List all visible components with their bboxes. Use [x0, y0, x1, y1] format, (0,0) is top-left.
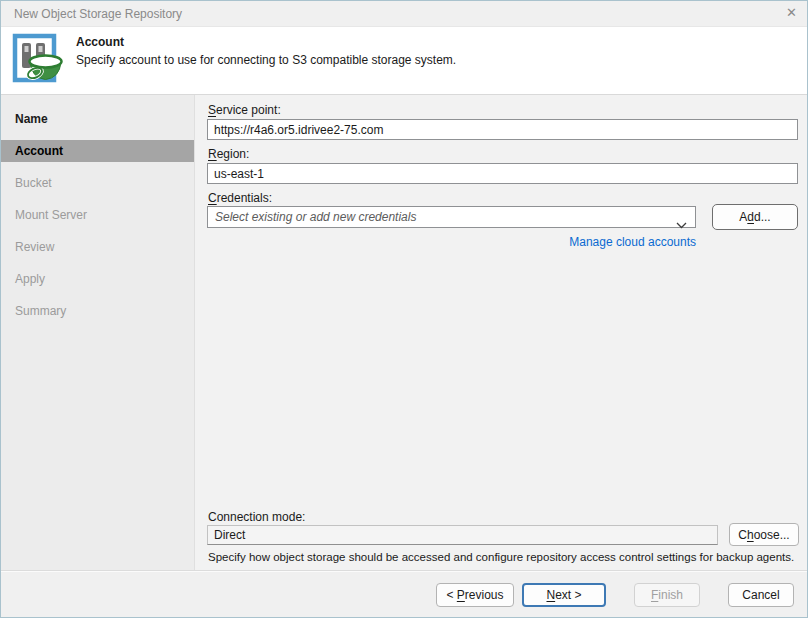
credentials-label: Credentials:: [208, 191, 272, 205]
next-button[interactable]: Next >: [522, 583, 606, 607]
form-panel: Service point: Region: Credentials: Sele…: [195, 95, 807, 571]
choose-connection-mode-button[interactable]: Choose...: [729, 523, 799, 546]
step-name[interactable]: Name: [1, 108, 194, 130]
connection-mode-value-field: Direct: [207, 525, 718, 545]
title-bar: New Object Storage Repository ✕: [1, 1, 807, 27]
page-title: Account: [76, 35, 124, 49]
credentials-placeholder: Select existing or add new credentials: [215, 210, 416, 224]
step-apply[interactable]: Apply: [1, 268, 194, 290]
region-input[interactable]: [207, 163, 798, 184]
close-icon[interactable]: ✕: [786, 6, 797, 20]
chevron-down-icon: [676, 215, 687, 235]
wizard-steps-nav: Name Account Bucket Mount Server Review …: [1, 95, 195, 571]
connection-mode-hint: Specify how object storage should be acc…: [208, 551, 794, 563]
object-storage-repository-icon: [10, 32, 67, 89]
region-label: Region:: [208, 147, 249, 161]
previous-button[interactable]: < Previous: [436, 583, 514, 607]
manage-cloud-accounts-row: Manage cloud accounts: [207, 235, 696, 249]
page-subtitle: Specify account to use for connecting to…: [76, 53, 456, 67]
step-summary[interactable]: Summary: [1, 300, 194, 322]
step-account[interactable]: Account: [1, 140, 194, 162]
service-point-input[interactable]: [207, 119, 798, 140]
wizard-header: Account Specify account to use for conne…: [1, 27, 807, 95]
finish-button: Finish: [634, 583, 700, 607]
manage-cloud-accounts-link[interactable]: Manage cloud accounts: [569, 235, 696, 249]
step-bucket[interactable]: Bucket: [1, 172, 194, 194]
credentials-dropdown[interactable]: Select existing or add new credentials: [207, 206, 696, 228]
cancel-button[interactable]: Cancel: [728, 583, 794, 607]
wizard-footer: < Previous Next > Finish Cancel: [1, 570, 807, 617]
service-point-label: Service point:: [208, 103, 281, 117]
step-mount-server[interactable]: Mount Server: [1, 204, 194, 226]
connection-mode-label: Connection mode:: [208, 510, 305, 524]
step-review[interactable]: Review: [1, 236, 194, 258]
add-credentials-button[interactable]: Add...: [712, 204, 798, 230]
window-title: New Object Storage Repository: [14, 7, 182, 21]
footer-buttons: < Previous Next > Finish Cancel: [436, 583, 794, 607]
wizard-window: New Object Storage Repository ✕ Account …: [0, 0, 808, 618]
